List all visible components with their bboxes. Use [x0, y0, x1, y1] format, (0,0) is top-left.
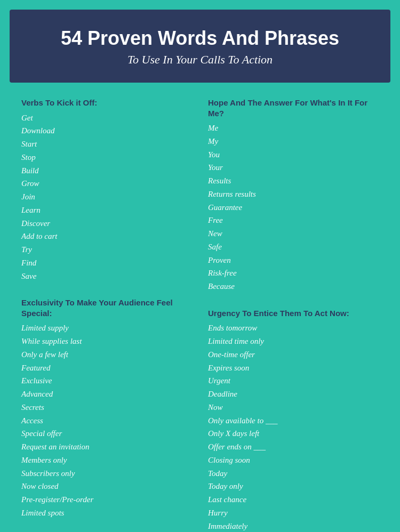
list-item: Only a few left	[21, 348, 192, 361]
list-item: Try	[21, 243, 192, 256]
list-item: You	[208, 148, 379, 162]
list-item: Offer ends on ___	[208, 440, 379, 454]
list-item: Only X days left	[208, 427, 379, 440]
list-item: Featured	[21, 361, 192, 375]
section-items-urgency: Ends tomorrow Limited time only One-time…	[208, 321, 379, 532]
list-item: Add to cart	[21, 230, 192, 243]
list-item: Grow	[21, 177, 192, 190]
list-item: Immediately	[208, 520, 379, 532]
section-title-urgency: Urgency To Entice Them To Act Now:	[208, 308, 379, 319]
list-item: Only available to ___	[208, 414, 379, 428]
list-item: Free	[208, 214, 379, 227]
list-item: My	[208, 135, 379, 148]
header-title: 54 Proven Words And Phrases	[31, 27, 369, 50]
section-verbs: Verbs To Kick it Off: Get Download Start…	[21, 98, 192, 283]
list-item: Returns results	[208, 188, 379, 201]
list-item: Proven	[208, 254, 379, 267]
list-item: Limited time only	[208, 335, 379, 348]
list-item: Your	[208, 161, 379, 174]
section-items-exclusivity: Limited supply While supplies last Only …	[21, 321, 192, 519]
list-item: Request an invitation	[21, 440, 192, 454]
list-item: Access	[21, 414, 192, 428]
list-item: New	[208, 227, 379, 240]
section-title-verbs: Verbs To Kick it Off:	[21, 98, 192, 108]
list-item: Now closed	[21, 480, 192, 493]
section-items-verbs: Get Download Start Stop Build Grow Join …	[21, 111, 192, 283]
list-item: Secrets	[21, 401, 192, 414]
page-wrapper: 54 Proven Words And Phrases To Use In Yo…	[0, 10, 400, 532]
list-item: Hurry	[208, 506, 379, 520]
list-item: Guarantee	[208, 201, 379, 214]
list-item: Special offer	[21, 427, 192, 440]
list-item: Safe	[208, 240, 379, 254]
list-item: Urgent	[208, 374, 379, 388]
list-item: Get	[21, 111, 192, 125]
list-item: Me	[208, 122, 379, 135]
list-item: Join	[21, 190, 192, 204]
section-title-exclusivity: Exclusivity To Make Your Audience Feel S…	[21, 297, 192, 318]
list-item: Last chance	[208, 493, 379, 506]
list-item: Results	[208, 174, 379, 188]
section-items-hope: Me My You Your Results Returns results G…	[208, 122, 379, 293]
left-column: Verbs To Kick it Off: Get Download Start…	[21, 98, 203, 532]
header-subtitle: To Use In Your Calls To Action	[31, 53, 369, 67]
list-item: Now	[208, 401, 379, 414]
list-item: Start	[21, 138, 192, 151]
section-title-hope: Hope And The Answer For What's In It For…	[208, 98, 379, 118]
list-item: Pre-register/Pre-order	[21, 493, 192, 506]
section-urgency: Urgency To Entice Them To Act Now: Ends …	[208, 308, 379, 532]
list-item: Find	[21, 256, 192, 270]
list-item: Members only	[21, 454, 192, 467]
list-item: Download	[21, 124, 192, 138]
list-item: Build	[21, 164, 192, 178]
header: 54 Proven Words And Phrases To Use In Yo…	[10, 10, 390, 83]
list-item: Today	[208, 467, 379, 480]
list-item: Ends tomorrow	[208, 321, 379, 335]
list-item: Limited supply	[21, 321, 192, 335]
list-item: Learn	[21, 204, 192, 217]
list-item: Subscribers only	[21, 467, 192, 480]
right-column: Hope And The Answer For What's In It For…	[203, 98, 379, 532]
list-item: Save	[21, 270, 192, 283]
list-item: Expires soon	[208, 361, 379, 375]
list-item: Risk-free	[208, 267, 379, 280]
list-item: Advanced	[21, 388, 192, 401]
list-item: While supplies last	[21, 335, 192, 348]
content: Verbs To Kick it Off: Get Download Start…	[0, 83, 400, 532]
list-item: Limited spots	[21, 506, 192, 520]
list-item: Discover	[21, 217, 192, 230]
list-item: Closing soon	[208, 454, 379, 467]
list-item: Stop	[21, 151, 192, 164]
list-item: Because	[208, 280, 379, 293]
list-item: Deadline	[208, 388, 379, 401]
list-item: One-time offer	[208, 348, 379, 361]
section-hope: Hope And The Answer For What's In It For…	[208, 98, 379, 293]
list-item: Today only	[208, 480, 379, 493]
list-item: Exclusive	[21, 374, 192, 388]
section-exclusivity: Exclusivity To Make Your Audience Feel S…	[21, 297, 192, 519]
